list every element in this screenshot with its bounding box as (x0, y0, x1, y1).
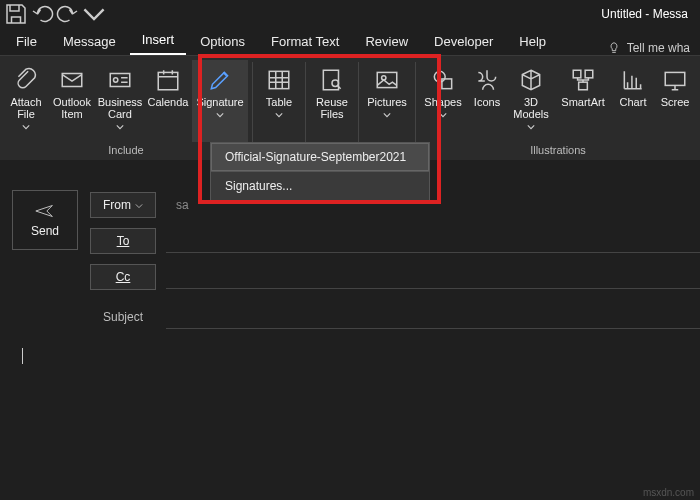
undo-icon[interactable] (30, 2, 54, 26)
paperclip-icon (10, 66, 42, 94)
window-title: Untitled - Messa (106, 7, 696, 21)
send-button[interactable]: Send (12, 190, 78, 250)
svg-rect-7 (377, 72, 397, 87)
screenshot-button[interactable]: Scree (655, 60, 695, 142)
saved-indicator: sa (176, 198, 189, 212)
tab-review[interactable]: Review (353, 28, 420, 55)
redo-icon[interactable] (56, 2, 80, 26)
svg-point-2 (114, 78, 118, 82)
cc-button[interactable]: Cc (90, 264, 156, 290)
card-icon (104, 66, 136, 94)
tab-options[interactable]: Options (188, 28, 257, 55)
from-button[interactable]: From (90, 192, 156, 218)
icons-icon (471, 66, 503, 94)
icons-button[interactable]: Icons (467, 60, 507, 142)
svg-rect-0 (62, 74, 82, 87)
tab-developer[interactable]: Developer (422, 28, 505, 55)
text-cursor (22, 348, 23, 364)
smartart-icon (567, 66, 599, 94)
to-button[interactable]: To (90, 228, 156, 254)
send-icon (34, 202, 56, 220)
attach-file-button[interactable]: Attach File (4, 60, 48, 142)
signature-menu-item[interactable]: Official-Signature-September2021 (211, 143, 429, 171)
tab-message[interactable]: Message (51, 28, 128, 55)
tab-help[interactable]: Help (507, 28, 558, 55)
table-button[interactable]: Table (257, 60, 301, 142)
chevron-down-icon (439, 108, 447, 120)
3d-models-button[interactable]: 3D Models (509, 60, 553, 142)
title-bar: Untitled - Messa (0, 0, 700, 28)
signature-button[interactable]: Signature (192, 60, 248, 142)
ribbon-tabs: File Message Insert Options Format Text … (0, 28, 700, 56)
svg-point-9 (434, 71, 445, 82)
svg-rect-13 (579, 82, 588, 90)
quick-access-toolbar (4, 2, 106, 26)
chevron-down-icon (22, 120, 30, 132)
screenshot-icon (659, 66, 691, 94)
tab-format-text[interactable]: Format Text (259, 28, 351, 55)
reuse-files-button[interactable]: Reuse Files (310, 60, 354, 142)
picture-icon (371, 66, 403, 94)
tell-me-label: Tell me wha (627, 41, 690, 55)
search-doc-icon (316, 66, 348, 94)
tell-me-search[interactable]: Tell me wha (601, 41, 696, 55)
pen-icon (204, 66, 236, 94)
pictures-button[interactable]: Pictures (363, 60, 411, 142)
qat-dropdown-icon[interactable] (82, 2, 106, 26)
subject-label: Subject (90, 310, 156, 324)
cc-field[interactable] (166, 265, 700, 289)
svg-rect-4 (269, 71, 289, 88)
to-field[interactable] (166, 229, 700, 253)
chart-button[interactable]: Chart (613, 60, 653, 142)
chevron-down-icon (527, 120, 535, 132)
group-label-include: Include (108, 142, 143, 158)
calendar-icon (152, 66, 184, 94)
outlook-item-button[interactable]: Outlook Item (50, 60, 94, 142)
signatures-settings-item[interactable]: Signatures... (211, 172, 429, 200)
svg-rect-11 (573, 70, 581, 78)
tab-file[interactable]: File (4, 28, 49, 55)
chevron-down-icon (216, 108, 224, 120)
message-body[interactable] (16, 340, 690, 490)
tab-insert[interactable]: Insert (130, 26, 187, 55)
group-illustrations: Shapes Icons 3D Models SmartArt Chart (416, 56, 700, 160)
chevron-down-icon (116, 120, 124, 132)
watermark: msxdn.com (643, 487, 694, 498)
business-card-button[interactable]: Business Card (96, 60, 144, 142)
svg-rect-3 (158, 72, 178, 89)
svg-rect-12 (585, 70, 593, 78)
lightbulb-icon (607, 41, 621, 55)
chart-icon (617, 66, 649, 94)
table-icon (263, 66, 295, 94)
save-icon[interactable] (4, 2, 28, 26)
shapes-icon (427, 66, 459, 94)
shapes-button[interactable]: Shapes (421, 60, 465, 142)
calendar-button[interactable]: Calenda (146, 60, 190, 142)
svg-rect-14 (665, 72, 685, 85)
envelope-icon (56, 66, 88, 94)
smartart-button[interactable]: SmartArt (555, 60, 611, 142)
chevron-down-icon (275, 108, 283, 120)
signature-dropdown: Official-Signature-September2021 Signatu… (210, 142, 430, 201)
chevron-down-icon (383, 108, 391, 120)
subject-field[interactable] (166, 305, 700, 329)
cube-icon (515, 66, 547, 94)
group-label-illustrations: Illustrations (530, 142, 586, 158)
chevron-down-icon (135, 198, 143, 212)
